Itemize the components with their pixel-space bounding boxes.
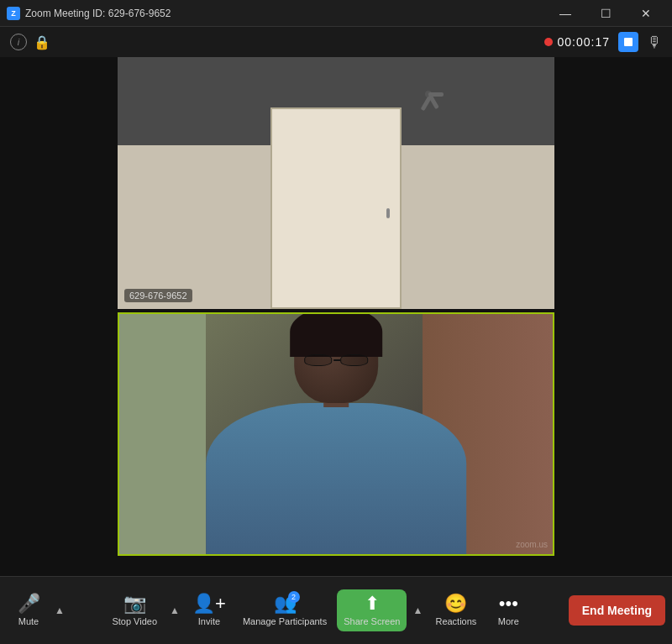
share-screen-button[interactable]: ⬆ Share Screen <box>337 589 407 631</box>
glasses-right-lens <box>340 354 368 366</box>
recording-indicator: 00:00:17 <box>544 35 611 49</box>
stop-video-button[interactable]: 📷 Stop Video <box>105 589 164 631</box>
reactions-label: Reactions <box>435 616 476 626</box>
person-body <box>206 403 466 554</box>
share-screen-label: Share Screen <box>344 616 400 626</box>
video-area: 629-676-9652 <box>0 57 672 576</box>
info-bar: i 🔒 00:00:17 🎙 <box>0 27 672 57</box>
participants-icon-wrapper: 👥 2 <box>274 594 297 613</box>
recording-dot <box>544 38 553 46</box>
remote-video-bg <box>118 57 554 309</box>
close-button[interactable]: ✕ <box>627 2 665 25</box>
lock-icon: 🔒 <box>34 34 50 50</box>
watermark: zoom.us <box>516 540 548 549</box>
info-right: 00:00:17 🎙 <box>544 32 663 52</box>
info-icon[interactable]: i <box>10 34 27 50</box>
stop-record-icon <box>624 38 633 46</box>
maximize-button[interactable]: ☐ <box>586 2 625 25</box>
share-screen-chevron[interactable]: ▲ <box>410 594 425 627</box>
reactions-icon: 😊 <box>444 594 467 613</box>
glasses-bridge <box>333 359 340 361</box>
manage-participants-button[interactable]: 👥 2 Manage Participants <box>236 589 333 631</box>
share-screen-icon: ⬆ <box>365 594 380 613</box>
door-handle <box>386 208 390 218</box>
toolbar-center: 📷 Stop Video ▲ 👤+ Invite 👥 2 Manage Part… <box>105 589 530 631</box>
stop-video-label: Stop Video <box>112 616 157 626</box>
remote-video-content <box>118 57 554 309</box>
invite-icon: 👤+ <box>192 594 226 613</box>
reactions-button[interactable]: 😊 Reactions <box>428 589 483 631</box>
more-label: More <box>498 616 519 626</box>
mute-label: Mute <box>18 616 39 626</box>
mute-chevron[interactable]: ▲ <box>52 594 67 627</box>
video-icon: 📷 <box>123 594 146 613</box>
mic-icon-top[interactable]: 🎙 <box>647 34 662 51</box>
timer-display: 00:00:17 <box>558 35 611 49</box>
toolbar-left: 🎤 Mute ▲ <box>7 589 67 631</box>
local-video: zoom.us <box>118 312 554 556</box>
title-bar: Z Zoom Meeting ID: 629-676-9652 — ☐ ✕ <box>0 0 672 27</box>
toolbar-right: End Meeting <box>569 595 665 626</box>
info-left: i 🔒 <box>10 34 50 50</box>
person-hair <box>290 314 382 357</box>
ceiling-fan <box>412 77 445 111</box>
remote-participant-name: 629-676-9652 <box>124 289 192 302</box>
mute-icon: 🎤 <box>18 594 40 613</box>
invite-button[interactable]: 👤+ Invite <box>186 589 233 631</box>
mute-button[interactable]: 🎤 Mute <box>7 589 50 631</box>
bg-wall-left <box>119 314 206 554</box>
participants-badge: 2 <box>288 591 300 603</box>
glasses-left-lens <box>304 354 332 366</box>
room-door <box>270 107 402 309</box>
more-icon: ••• <box>499 594 518 613</box>
fan-blade-3 <box>421 96 432 111</box>
title-text: Zoom Meeting ID: 629-676-9652 <box>25 8 171 19</box>
toolbar: 🎤 Mute ▲ 📷 Stop Video ▲ 👤+ Invite 👥 2 Ma… <box>0 576 672 644</box>
more-button[interactable]: ••• More <box>486 589 530 631</box>
stop-record-button[interactable] <box>618 32 638 52</box>
minimize-button[interactable]: — <box>546 2 585 25</box>
video-chevron[interactable]: ▲ <box>167 594 182 627</box>
person-shirt <box>206 403 466 554</box>
manage-participants-label: Manage Participants <box>243 616 327 626</box>
local-video-content <box>119 314 553 554</box>
local-video-bg <box>119 314 553 554</box>
invite-label: Invite <box>198 616 220 626</box>
person-glasses <box>302 353 370 369</box>
zoom-logo: Z <box>7 7 20 20</box>
person-head <box>294 314 378 403</box>
end-meeting-button[interactable]: End Meeting <box>569 595 665 626</box>
title-left: Z Zoom Meeting ID: 629-676-9652 <box>7 7 171 20</box>
remote-video: 629-676-9652 <box>118 57 554 309</box>
title-controls: — ☐ ✕ <box>546 2 665 25</box>
